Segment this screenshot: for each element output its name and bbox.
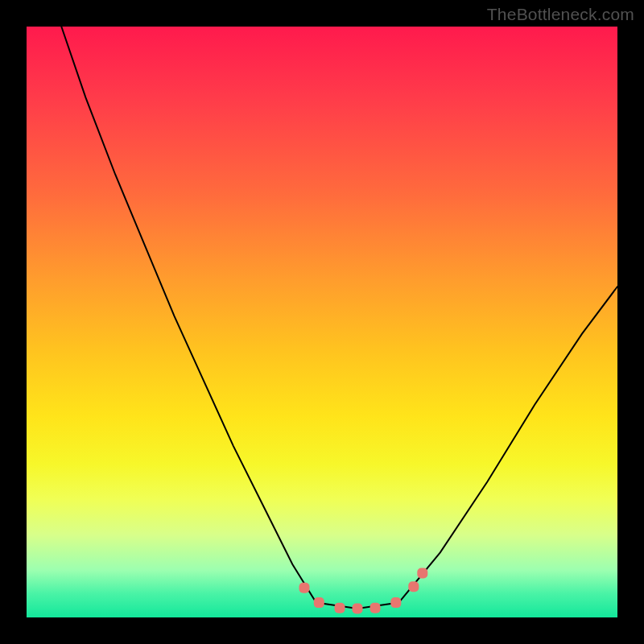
curve-marker xyxy=(408,581,419,592)
watermark-text: TheBottleneck.com xyxy=(487,5,634,24)
curve-marker xyxy=(299,583,310,593)
curve-marker xyxy=(314,597,324,608)
curve-marker xyxy=(390,597,401,608)
curve-marker xyxy=(353,604,363,614)
curve-marker xyxy=(335,603,345,613)
bottleneck-curve xyxy=(61,27,617,609)
curve-marker xyxy=(417,568,427,579)
plot-area xyxy=(27,27,617,617)
chart-overlay xyxy=(27,27,617,617)
chart-frame: TheBottleneck.com xyxy=(0,0,644,644)
curve-marker xyxy=(370,603,381,613)
